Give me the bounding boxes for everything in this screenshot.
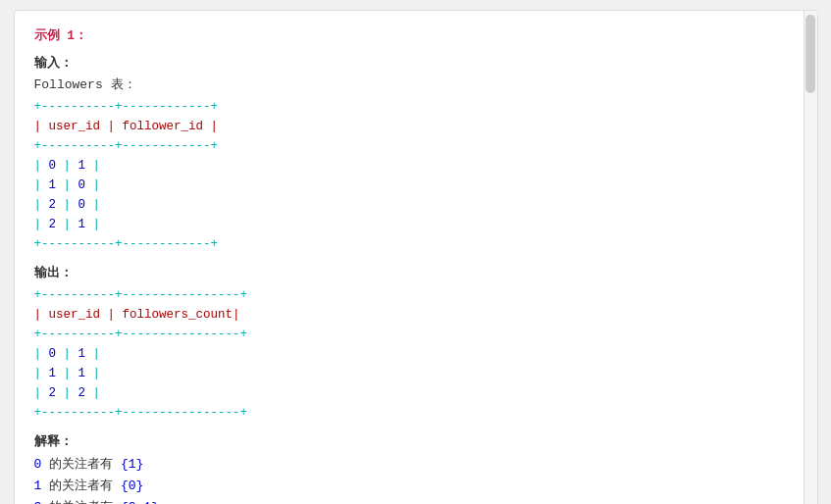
output-header: | user_id | followers_count|: [34, 305, 798, 325]
input-section: 输入： Followers 表： +----------+-----------…: [34, 54, 798, 254]
followers-table-label: Followers 表：: [34, 76, 798, 93]
explain-section: 解释： 0 的关注者有 {1} 1 的关注者有 {0} 2 的关注者有 {0,1…: [34, 432, 798, 504]
output-row-0: | 0 | 1 |: [34, 344, 798, 364]
output-row-1: | 1 | 1 |: [34, 364, 798, 383]
output-label: 输出：: [34, 264, 798, 281]
output-border-top: +----------+----------------+: [34, 285, 798, 305]
input-table: +----------+------------+ | user_id | fo…: [34, 97, 798, 254]
input-label: 输入：: [34, 54, 798, 72]
main-container: 示例 1： 输入： Followers 表： +----------+-----…: [14, 10, 818, 504]
input-header: | user_id | follower_id |: [34, 117, 798, 136]
example-title: 示例 1：: [34, 26, 798, 44]
output-border-mid: +----------+----------------+: [34, 325, 798, 344]
input-border-mid: +----------+------------+: [34, 136, 798, 156]
scrollbar-thumb[interactable]: [805, 15, 815, 93]
input-row-2: | 2 | 0 |: [34, 195, 798, 215]
input-row-3: | 2 | 1 |: [34, 215, 798, 234]
input-row-1: | 1 | 0 |: [34, 176, 798, 195]
explain-label: 解释：: [34, 432, 798, 450]
explain-line-1: 1 的关注者有 {0}: [34, 476, 798, 497]
input-row-0: | 0 | 1 |: [34, 156, 798, 176]
output-table: +----------+----------------+ | user_id …: [34, 285, 798, 423]
explain-line-2: 2 的关注者有 {0,1}: [34, 497, 798, 504]
output-row-2: | 2 | 2 |: [34, 383, 798, 403]
input-border-top: +----------+------------+: [34, 97, 798, 117]
scrollbar[interactable]: [804, 11, 817, 504]
output-border-bottom: +----------+----------------+: [34, 403, 798, 423]
output-section: 输出： +----------+----------------+ | user…: [34, 264, 798, 423]
explain-line-0: 0 的关注者有 {1}: [34, 454, 798, 476]
input-border-bottom: +----------+------------+: [34, 234, 798, 254]
